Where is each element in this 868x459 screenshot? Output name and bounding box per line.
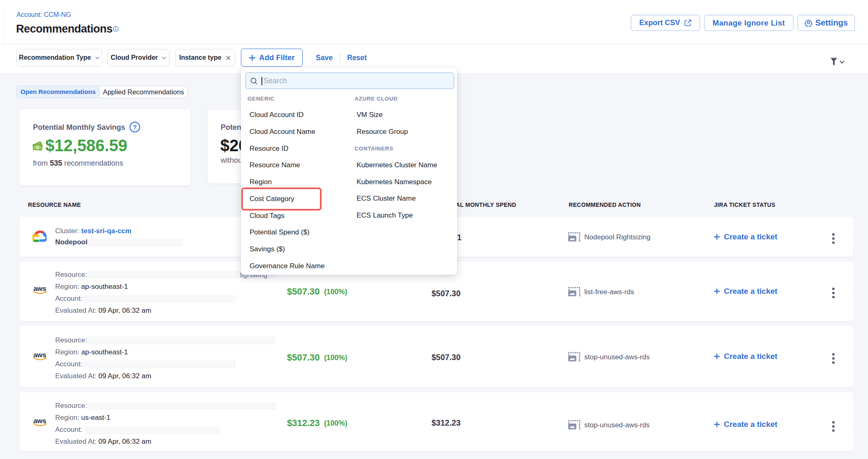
svg-text:?: ? bbox=[133, 124, 137, 131]
svg-text:aws: aws bbox=[33, 285, 46, 293]
svg-text:aws: aws bbox=[33, 417, 46, 425]
svg-text:aws: aws bbox=[33, 351, 46, 359]
